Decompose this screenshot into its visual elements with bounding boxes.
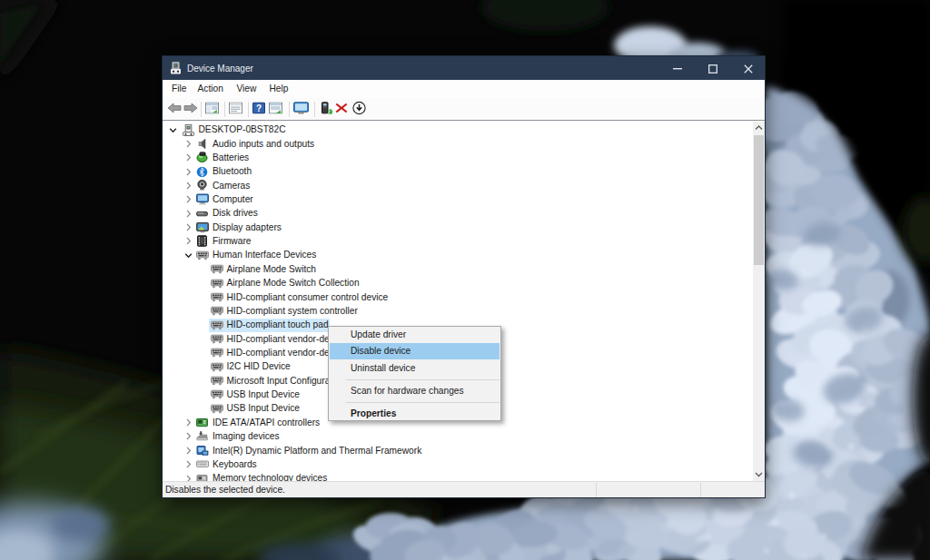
- svg-text:?: ?: [256, 103, 262, 113]
